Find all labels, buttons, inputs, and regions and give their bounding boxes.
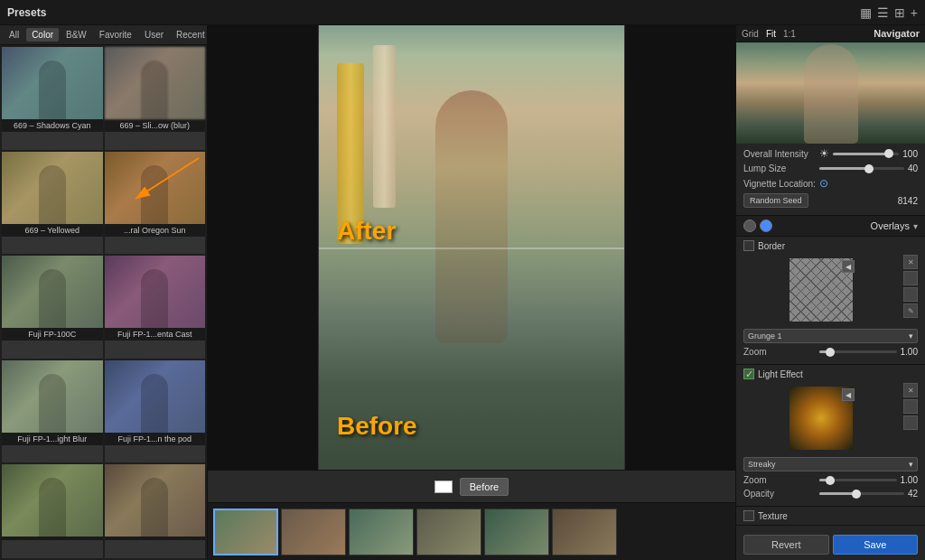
filmstrip-thumb[interactable] [213,509,278,555]
fit-nav-btn[interactable]: Fit [766,29,776,39]
tab-user[interactable]: User [139,28,169,42]
preset-item[interactable]: 669 – Yellowed [2,152,103,255]
vignette-label: Vignette Location: [743,179,816,189]
tab-color[interactable]: Color [26,28,59,42]
texture-checkbox[interactable] [743,510,754,521]
main-layout: All Color B&W Favorite User Recent [0,25,925,560]
light-opacity-value: 42 [908,489,918,499]
light-opacity-label: Opacity [743,489,816,499]
light-opacity-slider[interactable] [819,492,904,495]
texture-label: Texture [758,511,788,521]
tab-all[interactable]: All [4,28,24,42]
border-side-buttons: ✕ ✎ [903,255,918,325]
preset-tabs: All Color B&W Favorite User Recent [0,25,207,45]
intensity-row: Overall Intensity ☀ 100 [743,147,918,160]
before-button[interactable]: Before [460,478,509,496]
border-label: Border [758,241,785,251]
top-bar: Presets ▦ ☰ ⊞ + [0,0,925,25]
vignette-target-icon[interactable]: ⊙ [819,177,828,190]
border-dropdown-row: Grunge 1 ▾ [743,329,918,343]
bottom-toolbar: Before [208,470,735,502]
border-side-btn-3[interactable] [903,287,918,302]
presets-title: Presets [7,6,46,19]
border-checkbox[interactable] [743,240,754,251]
preset-item[interactable]: 669 – Shadows Cyan [2,47,103,150]
preset-item[interactable]: ...ral Oregon Sun [105,152,206,255]
preset-item[interactable]: Fuji FP-1...n the pod [105,360,206,463]
border-title-row: Border [743,240,918,251]
filmstrip-thumb[interactable] [281,509,346,555]
preset-item[interactable]: Fuji FP-1...ight Blur [2,360,103,463]
light-zoom-label: Zoom [743,475,816,485]
light-zoom-slider[interactable] [819,479,897,481]
preset-label: 669 – Sli...ow (blur) [105,119,206,132]
top-icons: ▦ ☰ ⊞ + [860,5,918,20]
border-side-btn-2[interactable] [903,271,918,285]
save-button[interactable]: Save [833,535,919,555]
light-effect-checkbox[interactable]: ✓ [743,369,754,379]
preset-label: 669 – Yellowed [2,224,103,237]
light-style-value: Streaky [748,460,776,469]
preset-item[interactable]: 669 – Sli...ow (blur) [105,47,206,150]
border-side-btn-1[interactable]: ✕ [903,255,918,269]
light-prev-btn[interactable]: ◀ [842,388,855,401]
border-texture-row: ◀ ✕ ✎ [743,255,918,325]
intensity-slider[interactable] [833,153,899,155]
light-opacity-row: Opacity 42 [743,489,918,499]
intensity-section: Overall Intensity ☀ 100 Lump Size 40 Vig… [736,144,925,216]
left-sidebar: All Color B&W Favorite User Recent [0,25,208,560]
grid-nav-btn[interactable]: Grid [742,29,759,39]
add-icon[interactable]: + [911,5,918,20]
zoom-nav-btn[interactable]: 1:1 [783,29,796,39]
grid-icon[interactable]: ▦ [860,5,872,20]
preset-item[interactable]: Fuji FP-100C [2,256,103,359]
preset-label: Fuji FP-1...ight Blur [2,433,103,445]
texture-section-header: Texture [736,507,925,526]
light-side-btn-2[interactable] [903,399,918,414]
filmstrip-thumb[interactable] [484,509,549,555]
preset-grid: 669 – Shadows Cyan 669 – Sli...ow (blur)… [0,45,207,560]
preset-item[interactable] [105,464,206,558]
center-area: After Before Before [208,25,735,560]
border-style-dropdown[interactable]: Grunge 1 ▾ [743,329,918,343]
light-side-btn-3[interactable] [903,415,918,430]
border-zoom-label: Zoom [743,347,816,357]
lump-label: Lump Size [743,163,816,173]
lump-slider[interactable] [819,167,904,170]
preset-label: Fuji FP-1...enta Cast [105,328,206,341]
seed-row: Random Seed 8142 [743,193,918,208]
preset-label: Fuji FP-1...n the pod [105,433,206,445]
filmstrip-thumb[interactable] [552,509,617,555]
settings-icon[interactable]: ⊞ [894,5,905,20]
tab-recent[interactable]: Recent [171,28,210,42]
tab-favorite[interactable]: Favorite [94,28,137,42]
border-side-btn-4[interactable]: ✎ [903,303,918,318]
tab-bw[interactable]: B&W [61,28,92,42]
image-display: After Before [208,25,735,470]
border-zoom-slider[interactable] [819,350,897,353]
light-side-btn-1[interactable]: ✕ [903,383,918,397]
filmstrip-thumb[interactable] [416,509,481,555]
border-zoom-value: 1.00 [901,347,918,357]
overlays-title: Overlays [871,220,910,231]
overlays-toggle-off[interactable] [743,219,756,232]
list-icon[interactable]: ☰ [877,5,889,20]
random-seed-button[interactable]: Random Seed [743,193,808,208]
preset-item[interactable] [2,464,103,558]
overlays-dropdown-icon[interactable]: ▾ [913,221,918,231]
preset-item[interactable]: Fuji FP-1...enta Cast [105,256,206,359]
light-effect-texture-row: ◀ ✕ [743,383,918,453]
view-toggle-icon[interactable] [434,481,453,493]
nav-controls: Grid Fit 1:1 [742,29,796,39]
light-style-dropdown[interactable]: Streaky ▾ [743,457,918,471]
light-effect-title-row: ✓ Light Effect [743,369,918,379]
border-prev-btn[interactable]: ◀ [842,260,855,273]
after-label: After [337,217,396,246]
filmstrip-thumb[interactable] [349,509,414,555]
preset-label [2,537,103,540]
overlays-toggle-on[interactable] [760,219,772,232]
before-label: Before [337,412,417,441]
revert-button[interactable]: Revert [743,535,829,555]
border-section: Border ◀ ✕ ✎ Grunge 1 ▾ [736,237,925,365]
preset-label: 669 – Shadows Cyan [2,119,103,132]
